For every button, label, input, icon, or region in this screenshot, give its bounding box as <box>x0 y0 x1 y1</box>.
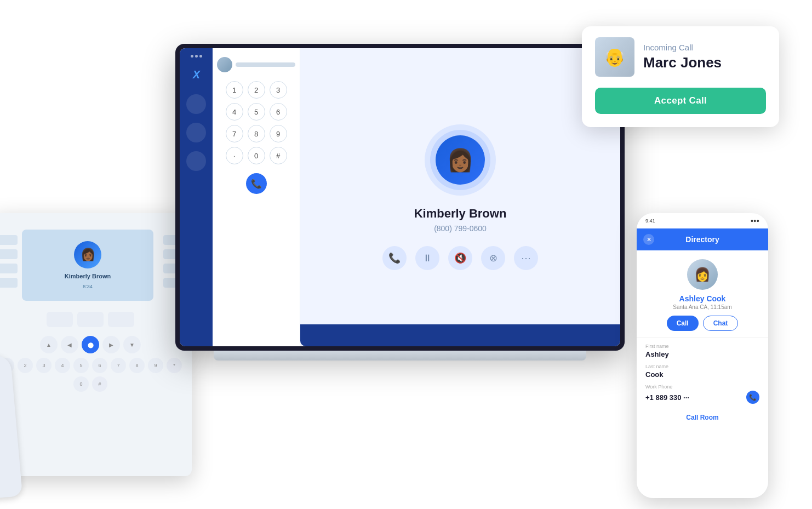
key-hash[interactable]: # <box>270 147 287 164</box>
phone-key[interactable]: 5 <box>73 358 89 373</box>
work-phone-value: +1 889 330 ··· <box>645 393 689 402</box>
first-name-field: First name Ashley <box>645 344 759 358</box>
dialer-call-button[interactable]: 📞 <box>246 173 267 194</box>
call-ctrl-phone[interactable]: 📞 <box>382 246 407 270</box>
keypad: 1 2 3 4 5 6 7 8 9 · 0 # <box>226 81 287 164</box>
incoming-call-label: Incoming Call <box>643 43 722 52</box>
phone-buttons-area: ▲ ◀ ⬤ ▶ ▼ 1 2 3 4 5 6 7 8 9 * 0 <box>0 312 186 465</box>
incoming-call-card: 👴 Incoming Call Marc Jones Accept Call <box>582 26 779 127</box>
phone-nav-btn[interactable]: ⬤ <box>82 336 99 353</box>
call-bottom-bar <box>300 324 620 346</box>
key-8[interactable]: 8 <box>248 125 265 142</box>
phone-screen: 👩🏾 Kimberly Brown 8:34 <box>22 230 153 301</box>
key-5[interactable]: 5 <box>248 103 265 121</box>
phone-key[interactable]: 4 <box>55 358 70 373</box>
phone-btn[interactable] <box>47 312 73 327</box>
call-ctrl-more[interactable]: ⋯ <box>514 246 538 270</box>
key-0[interactable]: 0 <box>248 147 265 164</box>
mobile-time: 9:41 <box>645 218 655 224</box>
phone-key[interactable]: 7 <box>111 358 126 373</box>
phone-nav-btn[interactable]: ▶ <box>102 336 120 353</box>
contact-profile: 👩 Ashley Cook Santa Ana CA, 11:15am Call… <box>637 250 768 338</box>
mobile-close-button[interactable]: ✕ <box>643 234 654 245</box>
sidebar-nav-btn[interactable] <box>186 123 206 142</box>
contact-chat-button[interactable]: Chat <box>703 316 739 331</box>
mobile-phone: 9:41 ●●● ✕ Directory 👩 Ashley Cook Santa… <box>637 213 768 498</box>
phone-key[interactable]: 3 <box>36 358 52 373</box>
accept-call-button[interactable]: Accept Call <box>595 88 766 114</box>
key-7[interactable]: 7 <box>226 125 243 142</box>
call-avatar-wrap: 👩🏾 <box>425 124 496 196</box>
phone-side-btn[interactable] <box>0 235 18 245</box>
phone-key[interactable]: 8 <box>129 358 145 373</box>
call-controls: 📞 ⏸ 🔇 ⊗ ⋯ <box>382 246 538 270</box>
phone-btn[interactable] <box>108 312 134 327</box>
contact-name: Ashley Cook <box>679 294 726 303</box>
call-avatar-ring2: 👩🏾 <box>430 130 490 190</box>
phone-nav-btn[interactable]: ◀ <box>61 336 78 353</box>
call-ctrl-pause[interactable]: ⏸ <box>415 246 439 270</box>
mobile-status-bar: 9:41 ●●● <box>637 213 768 228</box>
contact-call-button[interactable]: Call <box>667 316 699 331</box>
key-3[interactable]: 3 <box>270 81 287 99</box>
sidebar-nav-btn[interactable] <box>186 94 206 114</box>
window-dot <box>199 55 202 58</box>
phone-key[interactable]: * <box>167 358 182 373</box>
sidebar-nav-btn[interactable] <box>186 151 206 171</box>
phone-nav-btn[interactable]: ▲ <box>40 336 58 353</box>
contact-emoji: 👩 <box>694 267 711 282</box>
phone-key[interactable]: 0 <box>73 376 89 392</box>
call-ctrl-end[interactable]: ⊗ <box>481 246 505 270</box>
caller-emoji: 👴 <box>604 47 626 67</box>
desk-phone: 👩🏾 Kimberly Brown 8:34 ▲ <box>0 191 197 476</box>
monitor-screen: X 1 2 3 <box>180 48 620 346</box>
phone-btn-row <box>0 312 186 327</box>
call-room-link[interactable]: Call Room <box>637 409 768 426</box>
phone-call-time: 8:34 <box>83 284 93 289</box>
call-ctrl-mute[interactable]: 🔇 <box>448 246 472 270</box>
call-area: 👩🏾 Kimberly Brown (800) 799-0600 📞 ⏸ 🔇 ⊗… <box>300 48 620 346</box>
phone-side-btn[interactable] <box>0 278 18 288</box>
phone-side-btn[interactable] <box>0 249 18 259</box>
app-logo: X <box>193 68 199 81</box>
phone-body: 👩🏾 Kimberly Brown 8:34 ▲ <box>0 213 192 476</box>
first-name-value: Ashley <box>645 350 759 358</box>
call-avatar-emoji: 👩🏾 <box>447 147 474 173</box>
monitor-frame: X 1 2 3 <box>175 44 625 351</box>
mobile-header-title: Directory <box>660 235 745 244</box>
call-avatar-ring: 👩🏾 <box>425 124 496 196</box>
phone-side-buttons-left <box>0 235 18 288</box>
phone-avatar-emoji: 👩🏾 <box>81 248 95 262</box>
scene: 👩🏾 Kimberly Brown 8:34 ▲ <box>0 0 812 509</box>
phone-key[interactable]: 9 <box>148 358 163 373</box>
dialer-contact <box>217 57 295 72</box>
dialer-avatar <box>217 57 232 72</box>
window-dot <box>195 55 198 58</box>
last-name-value: Cook <box>645 370 759 379</box>
key-dot[interactable]: · <box>226 147 243 164</box>
work-phone-row: +1 889 330 ··· 📞 <box>645 391 759 404</box>
caller-name: Marc Jones <box>643 54 722 71</box>
phone-btn[interactable] <box>77 312 104 327</box>
key-6[interactable]: 6 <box>270 103 287 121</box>
key-9[interactable]: 9 <box>270 125 287 142</box>
key-2[interactable]: 2 <box>248 81 265 99</box>
dialer-name-bar <box>236 62 295 67</box>
mobile-frame: 9:41 ●●● ✕ Directory 👩 Ashley Cook Santa… <box>637 213 768 498</box>
window-dot <box>191 55 193 58</box>
first-name-label: First name <box>645 344 759 349</box>
key-1[interactable]: 1 <box>226 81 243 99</box>
contact-avatar: 👩 <box>687 259 718 290</box>
phone-contact-avatar: 👩🏾 <box>74 241 101 268</box>
phone-side-btn[interactable] <box>0 264 18 273</box>
phone-key[interactable]: 6 <box>92 358 107 373</box>
phone-key[interactable]: 2 <box>18 358 33 373</box>
key-4[interactable]: 4 <box>226 103 243 121</box>
mobile-body: 👩 Ashley Cook Santa Ana CA, 11:15am Call… <box>637 250 768 498</box>
phone-key[interactable]: # <box>92 376 107 392</box>
phone-contact-name: Kimberly Brown <box>65 273 111 279</box>
phone-nav-btn[interactable]: ▼ <box>123 336 141 353</box>
incoming-call-header: 👴 Incoming Call Marc Jones <box>595 37 766 77</box>
phone-nav-cluster: ▲ ◀ ⬤ ▶ ▼ <box>0 336 186 353</box>
work-phone-call-icon[interactable]: 📞 <box>746 391 759 404</box>
